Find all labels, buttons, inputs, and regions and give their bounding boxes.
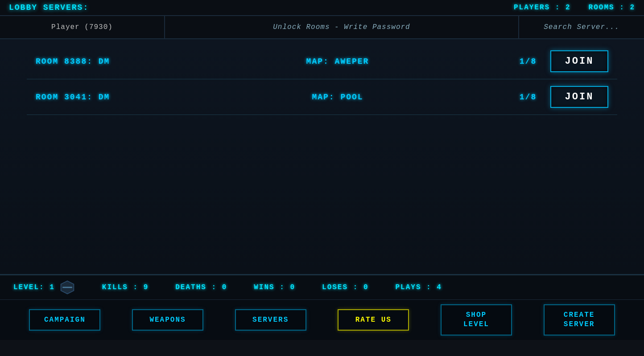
wins-stat: WINS : 0 (254, 283, 295, 291)
rate-us-button[interactable]: RATE US (338, 309, 409, 331)
loses-stat: LOSES : 0 (322, 283, 368, 291)
lobby-title: LOBBY SERVERS: (9, 3, 89, 12)
deaths-stat: DEATHS : 0 (175, 283, 227, 291)
player-name: Player (7930) (0, 16, 165, 38)
kills-label: KILLS : 9 (102, 283, 149, 291)
kills-stat: KILLS : 9 (102, 283, 149, 291)
header-stats: PLAYERS : 2 ROOMS : 2 (514, 4, 635, 12)
room-name-1: ROOM 8388: DM (36, 57, 169, 66)
plays-stat: PLAYS : 4 (395, 283, 442, 291)
table-row[interactable]: ROOM 8388: DM MAP: AWEPER 1/8 JOIN (27, 44, 617, 79)
wins-label: WINS : 0 (254, 283, 295, 291)
room-map-1: MAP: AWEPER (169, 57, 506, 66)
subheader: Player (7930) Unlock Rooms - Write Passw… (0, 16, 644, 39)
main-content: ROOM 8388: DM MAP: AWEPER 1/8 JOIN ROOM … (0, 39, 644, 275)
header: LOBBY SERVERS: PLAYERS : 2 ROOMS : 2 (0, 0, 644, 16)
level-badge (59, 279, 75, 295)
search-server[interactable]: Search Server... (519, 16, 644, 38)
room-players-1: 1/8 (506, 57, 550, 66)
table-row[interactable]: ROOM 3041: DM MAP: POOL 1/8 JOIN (27, 79, 617, 115)
join-button-2[interactable]: JOIN (550, 86, 608, 108)
servers-button[interactable]: SERVERS (235, 309, 306, 331)
rooms-count: ROOMS : 2 (589, 4, 635, 12)
join-button-1[interactable]: JOIN (550, 50, 608, 72)
loses-label: LOSES : 0 (322, 283, 368, 291)
unlock-rooms[interactable]: Unlock Rooms - Write Password (165, 16, 519, 38)
level-label: LEVEL: 1 (13, 283, 55, 291)
stats-bar: LEVEL: 1 KILLS : 9 DEATHS : 0 WINS : 0 L… (0, 275, 644, 300)
room-players-2: 1/8 (506, 93, 550, 102)
players-count: PLAYERS : 2 (514, 4, 571, 12)
campaign-button[interactable]: CAMPAIGN (29, 309, 100, 331)
room-map-2: MAP: POOL (169, 93, 506, 102)
room-name-2: ROOM 3041: DM (36, 93, 169, 102)
room-list: ROOM 8388: DM MAP: AWEPER 1/8 JOIN ROOM … (0, 39, 644, 119)
nav-bar: CAMPAIGN WEAPONS SERVERS RATE US SHOPLEV… (0, 300, 644, 340)
shop-level-button[interactable]: SHOPLEVEL (441, 304, 512, 336)
deaths-label: DEATHS : 0 (175, 283, 227, 291)
level-stat: LEVEL: 1 (13, 279, 75, 295)
weapons-button[interactable]: WEAPONS (132, 309, 203, 331)
create-server-button[interactable]: CREATESERVER (544, 304, 615, 336)
plays-label: PLAYS : 4 (395, 283, 442, 291)
